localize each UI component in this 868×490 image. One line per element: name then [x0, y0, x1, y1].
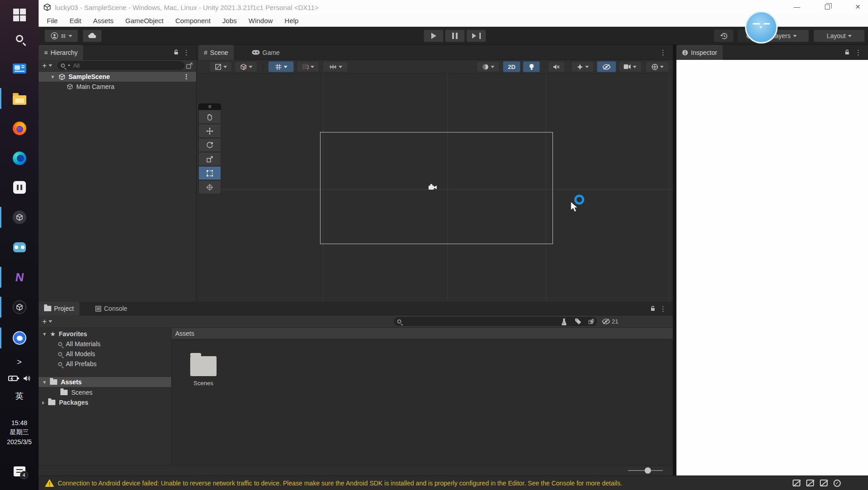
cloud-button[interactable]: [83, 29, 102, 42]
rect-tool-button[interactable]: [198, 166, 221, 180]
status-bar[interactable]: ! Connection to Android device failed: U…: [39, 475, 868, 490]
lighting-toggle[interactable]: [523, 61, 540, 72]
asset-item-scenes-folder[interactable]: Scenes: [188, 356, 218, 387]
menu-edit[interactable]: Edit: [64, 17, 87, 24]
scene-menu-button[interactable]: ⋮: [183, 73, 190, 81]
scene-visibility-toggle[interactable]: [597, 61, 616, 72]
notification-center-button[interactable]: 4: [0, 459, 39, 484]
tab-inspector[interactable]: Inspector: [676, 45, 723, 60]
undo-history-button[interactable]: [714, 29, 734, 42]
foldout-icon[interactable]: ▼: [42, 380, 47, 385]
menu-gameobject[interactable]: GameObject: [119, 17, 169, 24]
tab-game[interactable]: Game: [247, 45, 285, 60]
taskbar-visual-studio[interactable]: N: [0, 265, 39, 289]
foldout-icon[interactable]: ▼: [42, 332, 47, 337]
tree-item-scenes[interactable]: Scenes: [39, 387, 171, 397]
tab-project[interactable]: Project: [39, 302, 79, 315]
draw-mode-dropdown[interactable]: [209, 61, 232, 72]
camera-settings-dropdown[interactable]: [619, 61, 641, 72]
lock-icon[interactable]: [173, 49, 179, 55]
pause-button[interactable]: [445, 29, 465, 42]
tree-item-favorites[interactable]: ▼ ★ Favorites: [39, 329, 171, 339]
hierarchy-menu-button[interactable]: ⋮: [183, 49, 190, 57]
transform-tool-button[interactable]: [198, 180, 221, 194]
taskbar-music-app[interactable]: [0, 326, 39, 350]
gizmos-dropdown[interactable]: [646, 61, 669, 72]
taskbar-godot[interactable]: [0, 235, 39, 260]
step-button[interactable]: [466, 29, 486, 42]
account-button[interactable]: [44, 29, 78, 42]
project-search-input[interactable]: [404, 318, 586, 325]
console-warnings-muted-icon[interactable]: [806, 480, 814, 486]
start-button[interactable]: [0, 3, 39, 27]
favorites-star-icon[interactable]: ★: [589, 318, 595, 326]
hidden-packages-toggle[interactable]: 21: [602, 318, 618, 325]
tab-hierarchy[interactable]: ≡ Hierarchy: [39, 45, 83, 60]
lock-icon[interactable]: [650, 306, 656, 312]
hierarchy-item-scene[interactable]: ▼ SampleScene ⋮: [39, 72, 196, 82]
taskbar-snip-app[interactable]: [0, 56, 39, 81]
scene-camera-gizmo[interactable]: [428, 184, 437, 191]
taskbar-edge[interactable]: [0, 146, 39, 171]
restore-button[interactable]: [817, 0, 838, 14]
grid-visibility-dropdown[interactable]: [268, 61, 294, 72]
shading-mode-dropdown[interactable]: [235, 61, 257, 72]
tree-item-all-materials[interactable]: All Materials: [39, 339, 171, 349]
close-button[interactable]: ✕: [848, 0, 868, 14]
taskbar-unity-editor[interactable]: [0, 295, 39, 319]
console-logs-muted-icon[interactable]: [820, 480, 828, 486]
menu-window[interactable]: Window: [243, 17, 279, 24]
status-message[interactable]: Connection to Android device failed: Una…: [58, 480, 622, 487]
tab-scene[interactable]: # Scene: [198, 45, 234, 60]
tree-item-all-models[interactable]: All Models: [39, 349, 171, 359]
snap-settings-dropdown[interactable]: [296, 61, 319, 72]
play-button[interactable]: [424, 29, 444, 42]
shaded-view-dropdown[interactable]: [477, 61, 499, 72]
audio-toggle[interactable]: [548, 61, 565, 72]
hierarchy-item-main-camera[interactable]: Main Camera: [39, 82, 196, 92]
hierarchy-search-field[interactable]: [58, 61, 184, 70]
project-menu-button[interactable]: ⋮: [660, 305, 666, 313]
create-asset-button[interactable]: +: [42, 318, 47, 325]
caret-down-icon[interactable]: [49, 64, 52, 67]
caret-down-icon[interactable]: [49, 320, 52, 323]
search-picker-icon[interactable]: [186, 63, 192, 69]
scene-menu-button[interactable]: ⋮: [660, 49, 666, 57]
tray-status-icons[interactable]: [0, 369, 39, 387]
toggle-2d-button[interactable]: 2D: [503, 61, 520, 72]
foldout-icon[interactable]: ▼: [50, 74, 55, 79]
add-object-button[interactable]: +: [42, 62, 47, 69]
assets-breadcrumb[interactable]: Assets: [172, 328, 673, 339]
console-errors-muted-icon[interactable]: [793, 480, 800, 486]
search-by-type-icon[interactable]: [561, 318, 567, 325]
view-tool-button[interactable]: [198, 110, 221, 124]
hierarchy-search-input[interactable]: [73, 62, 181, 69]
scene-canvas[interactable]: ≡: [197, 74, 673, 302]
search-by-label-icon[interactable]: [575, 318, 582, 325]
menu-component[interactable]: Component: [169, 17, 217, 24]
tree-item-all-prefabs[interactable]: All Prefabs: [39, 359, 171, 369]
scale-tool-button[interactable]: [198, 152, 221, 166]
tree-item-packages[interactable]: Packages: [39, 397, 171, 407]
taskbar-unity-hub[interactable]: [0, 205, 39, 230]
panel-divider[interactable]: [673, 45, 676, 475]
menu-help[interactable]: Help: [279, 17, 305, 24]
lock-icon[interactable]: [844, 49, 850, 55]
progress-ok-icon[interactable]: ✓: [833, 480, 841, 487]
show-hidden-icons-button[interactable]: >: [0, 353, 39, 371]
increment-snap-dropdown[interactable]: [323, 61, 348, 72]
menu-assets[interactable]: Assets: [87, 17, 119, 24]
overlay-drag-handle[interactable]: ≡: [198, 103, 221, 110]
taskbar-file-explorer[interactable]: [0, 86, 39, 111]
slider-thumb[interactable]: [645, 467, 651, 474]
taskbar-clock[interactable]: 15:48 星期三 2025/3/5: [0, 411, 39, 454]
minimize-button[interactable]: —: [787, 0, 807, 14]
tree-item-assets[interactable]: ▼ Assets: [39, 377, 171, 387]
menu-file[interactable]: File: [41, 17, 64, 24]
foldout-icon[interactable]: [42, 399, 44, 406]
tab-console[interactable]: Console: [90, 302, 133, 315]
rotate-tool-button[interactable]: [198, 138, 221, 152]
move-tool-button[interactable]: [198, 124, 221, 138]
taskbar-search-button[interactable]: [0, 26, 39, 51]
layout-dropdown[interactable]: Layout: [814, 29, 865, 42]
